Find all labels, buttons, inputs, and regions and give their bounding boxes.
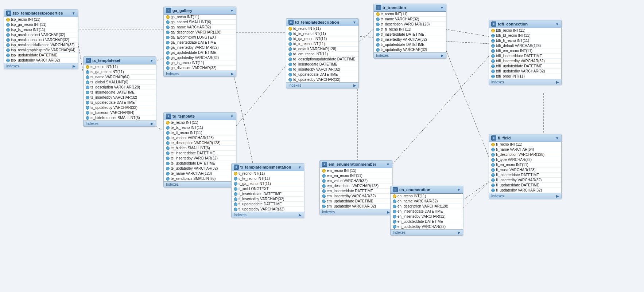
- indexes-arrow-icon[interactable]: ▶: [231, 72, 234, 76]
- dropdown-arrow-icon[interactable]: ▼: [353, 20, 356, 24]
- field-icon-fk: [491, 163, 495, 167]
- field-icon-regular: [166, 177, 170, 181]
- indexes-row[interactable]: Indexes▶: [286, 82, 358, 88]
- indexes-row[interactable]: Indexes▶: [374, 52, 446, 58]
- table-field-row: ga_shared SMALLINT(6): [164, 20, 236, 25]
- field-text: fi_insertedby VARCHAR(32): [496, 178, 542, 182]
- table-field-row: ga_recno INT(11): [164, 15, 236, 20]
- table-field-row: tdfi_inserteddate DATETIME: [489, 54, 561, 59]
- dropdown-arrow-icon[interactable]: ▼: [555, 22, 559, 26]
- indexes-row[interactable]: Indexes▶: [84, 121, 156, 126]
- field-text: ts_updatedby VARCHAR(32): [90, 106, 137, 110]
- table-field-row: ga_ts_recno INT(11): [164, 60, 236, 66]
- field-icon-fk: [491, 39, 495, 43]
- field-icon-regular: [393, 225, 396, 229]
- table-field-row: ts_basedon VARCHAR(64): [84, 110, 156, 115]
- indexes-arrow-icon[interactable]: ▶: [556, 80, 559, 84]
- dropdown-arrow-icon[interactable]: ▼: [72, 11, 75, 15]
- table-header-em_enumerationmember[interactable]: ≡em_enumerationmember▼: [320, 161, 392, 168]
- field-icon-regular: [376, 33, 380, 36]
- table-field-row: en_recno INT(11): [391, 194, 463, 199]
- indexes-arrow-icon[interactable]: ▶: [73, 64, 75, 68]
- field-text: ts_ga_recno INT(11): [90, 70, 124, 74]
- field-icon-regular: [393, 220, 396, 224]
- field-icon-fk: [166, 126, 170, 130]
- indexes-row[interactable]: Indexes▶: [232, 212, 304, 218]
- field-icon-regular: [376, 17, 380, 21]
- table-field-row: em_inserteddate DATETIME: [320, 189, 392, 194]
- field-text: tdfi_fi_recno INT(11): [496, 39, 529, 43]
- indexes-arrow-icon[interactable]: ▶: [353, 83, 356, 87]
- table-field-row: tsp_recallgraphicsprofile VARCHAR(64): [4, 48, 78, 53]
- indexes-arrow-icon[interactable]: ▶: [458, 230, 461, 234]
- field-icon-regular: [166, 167, 170, 170]
- table-td_templatedescription: ≡td_templatedescription▼td_recno INT(11)…: [286, 18, 359, 88]
- table-field-row: em_insertedby VARCHAR(32): [320, 194, 392, 199]
- table-field-row: ti_ga_recno INT(11): [232, 181, 304, 186]
- field-text: em_value VARCHAR(32): [327, 179, 368, 183]
- table-field-row: tr_recno INT(11): [374, 12, 446, 17]
- table-field-row: fi_type VARCHAR(32): [489, 157, 561, 162]
- dropdown-arrow-icon[interactable]: ▼: [298, 165, 302, 169]
- table-field-row: ts_updatedby VARCHAR(32): [84, 105, 156, 110]
- table-field-row: fi_en_recno INT(11): [489, 162, 561, 167]
- field-icon-key: [491, 143, 495, 146]
- indexes-arrow-icon[interactable]: ▶: [556, 194, 559, 198]
- field-text: fi_updatedby VARCHAR(32): [496, 188, 542, 192]
- indexes-row[interactable]: Indexes▶: [391, 229, 463, 235]
- indexes-row[interactable]: Indexes▶: [489, 193, 561, 199]
- table-header-ti_templateimplementation[interactable]: ≡ti_templateimplementation▼: [232, 163, 304, 171]
- table-header-fi_field[interactable]: ≡fi_field▼: [489, 134, 561, 142]
- indexes-row[interactable]: Indexes▶: [320, 209, 392, 215]
- field-icon-fk: [322, 174, 326, 178]
- indexes-arrow-icon[interactable]: ▶: [299, 213, 302, 217]
- field-text: ga_avconfigxml LONGTEXT: [171, 35, 217, 39]
- indexes-row[interactable]: Indexes▶: [4, 63, 78, 69]
- table-tr_transition: ≡tr_transition▼tr_recno INT(11)tr_name V…: [373, 4, 446, 59]
- table-header-te_template[interactable]: ≡te_template▼: [164, 113, 236, 120]
- table-header-tr_transition[interactable]: ≡tr_transition▼: [374, 4, 446, 12]
- database-icon: ≡: [376, 5, 381, 10]
- field-icon-regular: [322, 205, 326, 208]
- table-header-td_templatedescription[interactable]: ≡td_templatedescription▼: [286, 19, 358, 26]
- table-field-row: td_default VARCHAR(128): [286, 47, 358, 52]
- field-icon-regular: [166, 136, 170, 140]
- table-field-row: fi_updateddate DATETIME: [489, 183, 561, 188]
- table-header-tdfi_connection[interactable]: ≡tdfi_connection▼: [489, 20, 561, 28]
- table-header-ts_templateset[interactable]: ≡ts_templateset▼: [84, 57, 156, 64]
- indexes-row[interactable]: Indexes▶: [164, 181, 236, 187]
- field-icon-regular: [491, 148, 495, 151]
- field-text: td_te_recno INT(11): [293, 32, 326, 36]
- field-icon-regular: [86, 101, 89, 104]
- dropdown-arrow-icon[interactable]: ▼: [230, 114, 234, 118]
- field-text: ga_shared SMALLINT(6): [171, 20, 211, 24]
- dropdown-arrow-icon[interactable]: ▼: [230, 9, 234, 13]
- dropdown-arrow-icon[interactable]: ▼: [555, 136, 559, 140]
- dropdown-arrow-icon[interactable]: ▼: [150, 59, 154, 63]
- dropdown-arrow-icon[interactable]: ▼: [386, 162, 390, 166]
- indexes-arrow-icon[interactable]: ▶: [387, 210, 390, 214]
- field-icon-regular: [393, 215, 396, 218]
- field-text: fi_en_recno INT(11): [496, 163, 528, 167]
- field-icon-regular: [166, 36, 170, 39]
- indexes-row[interactable]: Indexes▶: [489, 79, 561, 85]
- field-text: em_description VARCHAR(128): [327, 184, 379, 188]
- field-icon-regular: [491, 64, 495, 68]
- table-field-row: tdfi_updatedby VARCHAR(32): [489, 69, 561, 74]
- table-field-row: ga_description VARCHAR(128): [164, 30, 236, 35]
- field-text: en_inserteddate DATETIME: [397, 209, 443, 213]
- indexes-arrow-icon[interactable]: ▶: [151, 122, 154, 126]
- field-icon-regular: [491, 75, 495, 78]
- table-header-tsp_templatesetproperties[interactable]: ≡tsp_templatesetproperties▼: [4, 9, 78, 17]
- field-text: tdfi_updateddate DATETIME: [496, 64, 542, 68]
- indexes-arrow-icon[interactable]: ▶: [441, 54, 444, 58]
- field-icon-fk: [6, 28, 10, 32]
- dropdown-arrow-icon[interactable]: ▼: [440, 6, 444, 10]
- indexes-row[interactable]: Indexes▶: [164, 71, 236, 76]
- dropdown-arrow-icon[interactable]: ▼: [457, 188, 461, 192]
- indexes-label: Indexes: [288, 83, 301, 87]
- table-header-en_enumeration[interactable]: ≡en_enumeration▼: [391, 186, 463, 194]
- table-field-row: te_insertedby VARCHAR(32): [164, 156, 236, 161]
- table-header-ga_gallery[interactable]: ≡ga_gallery▼: [164, 7, 236, 15]
- field-text: tdfi_inserteddate DATETIME: [496, 54, 542, 58]
